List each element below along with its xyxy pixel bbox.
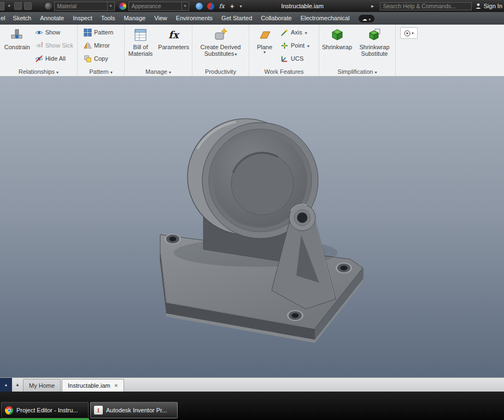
panel-label-simplification[interactable]: Simplification	[319, 67, 395, 76]
axis-label: Axis	[291, 29, 302, 36]
adjust-ball-icon[interactable]	[196, 3, 203, 10]
tab-manage[interactable]: Manage	[119, 12, 150, 25]
appearance-ball-icon[interactable]	[119, 3, 126, 10]
titlebar: Material Appearance Instructable.iam Sig…	[0, 0, 504, 12]
panel-label-text: Simplification	[338, 68, 373, 75]
bill-of-materials-label: Bill of Materials	[127, 44, 154, 57]
panel-label-work-features: Work Features	[249, 67, 319, 76]
quick-access-toolbar: Material Appearance	[0, 0, 244, 12]
show-icon	[35, 28, 43, 37]
taskbar-item-project-editor[interactable]: Project Editor - Instru...	[1, 402, 89, 418]
tab-tools[interactable]: Tools	[97, 12, 120, 25]
panel-caret-icon	[374, 68, 377, 75]
tab-view[interactable]: View	[150, 12, 172, 25]
cloud-icon	[362, 15, 367, 22]
panel-pattern: Pattern Mirror Copy Pattern	[78, 25, 125, 76]
dropdown-caret-icon	[307, 42, 309, 49]
shrinkwrap-label: Shrinkwrap	[322, 44, 352, 50]
qat-icon[interactable]	[24, 2, 32, 10]
doc-tab-instructable[interactable]: Instructable.iam	[62, 379, 124, 392]
plane-button[interactable]: Plane	[251, 26, 278, 55]
qat-customize-caret-icon[interactable]	[239, 4, 242, 9]
dropdown-caret-icon	[263, 50, 266, 55]
panel-label-manage[interactable]: Manage	[125, 67, 192, 76]
copy-button[interactable]: Copy	[81, 52, 115, 65]
panel-work-features: Plane Axis Point UCS	[249, 25, 319, 76]
parameters-button[interactable]: Parameters	[157, 26, 190, 50]
expand-arrow-icon[interactable]	[371, 3, 374, 9]
tab-get-started[interactable]: Get Started	[217, 12, 256, 25]
constrain-icon	[10, 27, 24, 43]
qat-icon[interactable]	[14, 2, 22, 10]
tab-environments[interactable]: Environments	[172, 12, 217, 25]
dropdown-caret-icon[interactable]	[8, 4, 10, 8]
mounting-hole[interactable]	[287, 310, 303, 321]
appearance-override-icon[interactable]	[207, 3, 214, 10]
show-sick-button[interactable]: Show Sick	[33, 39, 75, 52]
pattern-icon	[84, 28, 92, 37]
taskbar-item-label: Autodesk Inventor Pr...	[106, 407, 167, 413]
constrain-button[interactable]: Constrain	[2, 26, 33, 50]
mirror-button[interactable]: Mirror	[81, 39, 115, 52]
panel-simplification: Shrinkwrap Shrinkwrap Substitute Simplif…	[319, 25, 396, 76]
axis-icon	[280, 28, 289, 37]
tab-collaborate[interactable]: Collaborate	[256, 12, 296, 25]
bill-of-materials-button[interactable]: Bill of Materials	[126, 26, 155, 57]
inventor-app-icon	[94, 406, 103, 415]
tab-annotate[interactable]: Annotate	[36, 12, 68, 25]
shrinkwrap-substitute-label: Shrinkwrap Substitute	[356, 44, 392, 57]
doc-tab-my-home[interactable]: My Home	[23, 379, 61, 392]
point-icon	[280, 42, 289, 50]
create-derived-substitutes-button[interactable]: Create Derived Substitutes	[194, 26, 247, 58]
shrinkwrap-substitute-button[interactable]: Shrinkwrap Substitute	[355, 26, 394, 57]
appearance-combobox[interactable]: Appearance	[128, 2, 182, 11]
taskbar-item-inventor[interactable]: Autodesk Inventor Pr...	[90, 402, 178, 418]
panel-caret-icon	[110, 68, 113, 75]
tab-clipped[interactable]: el	[0, 12, 9, 25]
panel-label-relationships[interactable]: Relationships	[0, 67, 77, 76]
connected-services-button[interactable]	[359, 15, 375, 22]
material-combobox[interactable]: Material	[54, 2, 108, 11]
ribbon-display-options-button[interactable]	[400, 27, 418, 39]
panel-label-pattern[interactable]: Pattern	[78, 67, 124, 76]
ucs-button[interactable]: UCS	[278, 52, 312, 65]
dropdown-caret-icon	[304, 29, 307, 36]
sign-in-button[interactable]: Sign In	[475, 3, 502, 9]
bill-of-materials-icon	[133, 27, 148, 43]
copy-label: Copy	[94, 55, 108, 62]
shrinkwrap-button[interactable]: Shrinkwrap	[321, 26, 353, 50]
pattern-button[interactable]: Pattern	[81, 26, 115, 39]
ribbon-tab-row: el Sketch Annotate Inspect Tools Manage …	[0, 12, 504, 25]
material-combo-caret-icon[interactable]	[108, 2, 115, 11]
point-button[interactable]: Point	[278, 39, 312, 52]
search-input[interactable]	[380, 2, 472, 10]
tab-inspect[interactable]: Inspect	[68, 12, 96, 25]
tab-sketch[interactable]: Sketch	[9, 12, 36, 25]
mounting-hole[interactable]	[336, 262, 352, 273]
panel-caret-icon	[169, 68, 171, 75]
parameters-qat-icon[interactable]	[219, 3, 225, 10]
panel-label-text: Relationships	[19, 68, 55, 75]
material-ball-icon[interactable]	[45, 3, 52, 10]
close-icon[interactable]	[114, 383, 118, 388]
dock-home-button[interactable]	[0, 378, 12, 392]
viewport-3d[interactable]	[0, 77, 504, 377]
tab-electromechanical[interactable]: Electromechanical	[296, 12, 354, 25]
ribbon-empty-area	[396, 25, 504, 76]
panel-label-text: Productivity	[205, 68, 236, 75]
qat-clipped-icon[interactable]	[0, 2, 4, 10]
windows-taskbar: Project Editor - Instru... Autodesk Inve…	[0, 392, 504, 420]
expand-dock-button[interactable]	[12, 378, 23, 392]
show-button[interactable]: Show	[33, 26, 75, 39]
constrain-label: Constrain	[4, 44, 30, 50]
plane-icon	[257, 27, 272, 43]
inventor-window: Material Appearance Instructable.iam Sig…	[0, 0, 504, 420]
doc-tab-label: Instructable.iam	[68, 382, 110, 389]
mounting-hole[interactable]	[165, 234, 181, 244]
add-icon[interactable]	[230, 2, 235, 10]
appearance-combo-caret-icon[interactable]	[182, 2, 189, 11]
create-derived-substitutes-icon	[214, 27, 228, 43]
axis-button[interactable]: Axis	[278, 26, 312, 39]
hide-all-button[interactable]: Hide All	[33, 52, 75, 65]
model-instructable[interactable]	[0, 77, 504, 377]
